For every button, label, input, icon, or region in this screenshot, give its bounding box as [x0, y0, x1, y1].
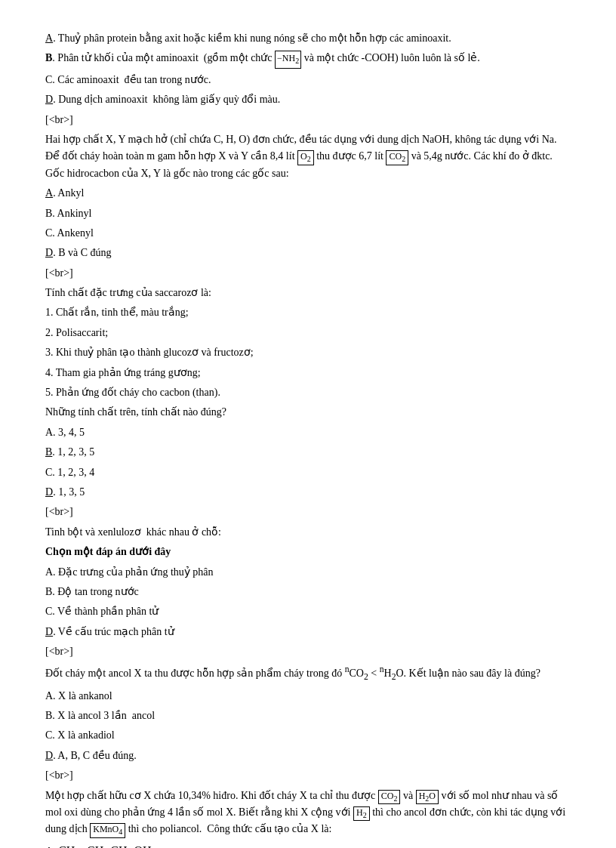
kmno4-formula: KMnO4 [90, 823, 125, 837]
br-tag-5: [<br>] [45, 767, 571, 784]
br-tag-1: [<br>] [45, 112, 571, 128]
co2-formula-1: CO2 [386, 150, 408, 165]
h2-formula: H2 [353, 806, 370, 821]
q5-option-a: A. X là ankanol [45, 688, 571, 705]
q2-option-b: B. Ankinyl [45, 205, 571, 222]
br-tag-4: [<br>] [45, 643, 571, 660]
q5-option-d: D. A, B, C đều đúng. [45, 748, 571, 764]
q3-option-c: C. 1, 2, 3, 4 [45, 464, 571, 481]
question-2-text: Hai hợp chất X, Y mạch hở (chỉ chứa C, H… [45, 131, 571, 182]
q2-option-c: C. Ankenyl [45, 225, 571, 242]
q5-option-c: C. X là ankadiol [45, 727, 571, 744]
line-a-protein: A. Thuỷ phân protein bằng axit hoặc kiềm… [45, 30, 571, 47]
q3-option-b: B. 1, 2, 3, 5 [45, 444, 571, 461]
q4-option-b: B. Độ tan trong nước [45, 584, 571, 600]
line-d-dungdich: D. Dung dịch aminoaxit không làm giấy qu… [45, 91, 571, 108]
q2-option-a: A. Ankyl [45, 185, 571, 202]
q3-item-1: 1. Chất rắn, tinh thể, màu trắng; [45, 304, 571, 321]
option-c-label: C. Các aminoaxit đều tan trong nước. [45, 74, 211, 85]
q2-option-d: D. B và C đúng [45, 245, 571, 261]
formula-ch3-ch-ch-oh: CH3−CH=CH−OH [58, 844, 152, 848]
line-b-phanTuKhoi: B. Phân tử khối của một aminoaxit (gồm m… [45, 50, 571, 68]
q4-option-d: D. Về cấu trúc mạch phân tử [45, 624, 571, 640]
question-4-title: Tinh bột và xenlulozơ khác nhau ở chỗ: [45, 524, 571, 541]
q3-option-d: D. 1, 3, 5 [45, 484, 571, 501]
question-3-title: Tính chất đặc trưng của saccarozơ là: [45, 285, 571, 301]
q3-item-4: 4. Tham gia phản ứng tráng gương; [45, 365, 571, 381]
br-tag-2: [<br>] [45, 265, 571, 282]
option-b-label: B. Phân tử khối của một aminoaxit (gồm m… [45, 52, 480, 63]
line-c-aminoaxit-tan: C. Các aminoaxit đều tan trong nước. [45, 72, 571, 88]
main-content: A. Thuỷ phân protein bằng axit hoặc kiềm… [45, 30, 571, 848]
question-6-text: Một hợp chất hữu cơ X chứa 10,34% hiđro.… [45, 788, 571, 838]
o2-formula: O2 [297, 150, 314, 165]
option-d-label: D. Dung dịch aminoaxit không làm giấy qu… [45, 94, 280, 105]
co2-formula-2: CO2 [378, 790, 401, 804]
option-a-label: A. Thuỷ phân protein bằng axit hoặc kiềm… [45, 32, 451, 44]
q5-option-b: B. X là ancol 3 lần ancol [45, 708, 571, 724]
q3-option-a: A. 3, 4, 5 [45, 424, 571, 441]
question-5-text: Đốt cháy một ancol X ta thu được hỗn hợp… [45, 664, 571, 685]
br-tag-3: [<br>] [45, 504, 571, 520]
q3-item-2: 2. Polisaccarit; [45, 325, 571, 341]
nh2-formula: −NH2 [275, 51, 301, 68]
q4-option-a: A. Đặc trưng của phản ứng thuỷ phân [45, 564, 571, 581]
q3-item-5: 5. Phản ứng đốt cháy cho cacbon (than). [45, 384, 571, 401]
q3-question: Những tính chất trên, tính chất nào đúng… [45, 404, 571, 421]
q3-item-3: 3. Khi thuỷ phân tạo thành glucozơ và fr… [45, 344, 571, 361]
q4-subtitle: Chọn một đáp án dưới đây [45, 544, 571, 560]
h2o-formula: H2O [416, 790, 439, 804]
q4-option-c: C. Về thành phần phân tử [45, 603, 571, 620]
q6-option-a: A. CH3−CH=CH−OH [45, 841, 571, 848]
